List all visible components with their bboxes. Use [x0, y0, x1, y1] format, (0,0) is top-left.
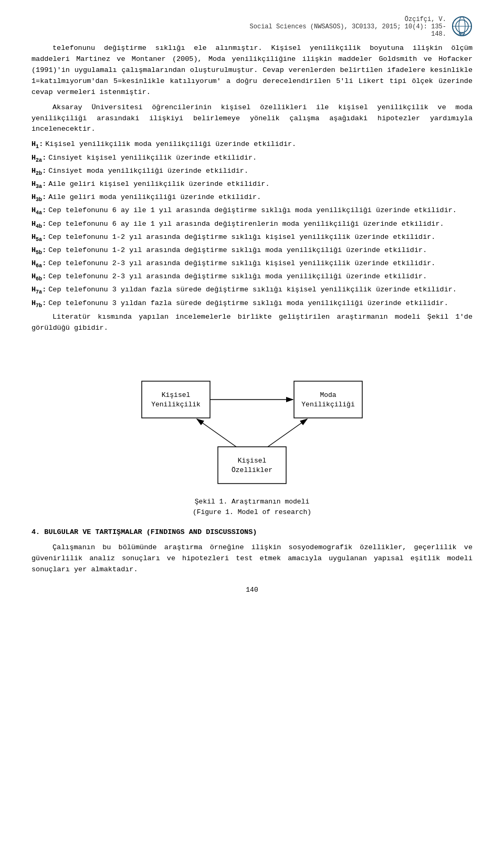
svg-text:Yenilikçiliği: Yenilikçiliği	[301, 401, 355, 408]
hyp-h5a: H5a: Cep telefonunu 1-2 yıl arasında değ…	[32, 232, 472, 244]
paragraph-literature: Literatür kısmında yapılan incelemelerle…	[32, 312, 472, 334]
svg-rect-12	[218, 447, 286, 484]
header-citation: Özçifçi, V. Social Sciences (NWSASOS), 3…	[239, 16, 446, 38]
diagram-caption: Şekil 1. Araştırmanın modeli (Figure 1. …	[193, 497, 311, 518]
hyp-h4b: H4b: Cep telefonunu 6 ay ile 1 yıl arası…	[32, 219, 472, 230]
svg-line-17	[268, 419, 307, 447]
nwsa-logo: NWSA	[452, 16, 472, 37]
hyp-h2b: H2b: Cinsiyet moda yenilikçiliği üzerind…	[32, 166, 472, 177]
svg-text:Yenilikçilik: Yenilikçilik	[151, 401, 201, 408]
hyp-h5b: H5b: Cep telefonunu 1-2 yıl arasında değ…	[32, 245, 472, 257]
svg-text:Kişisel: Kişisel	[238, 457, 267, 465]
hyp-h2a: H2a: Cinsiyet kişisel yenilikçilik üzeri…	[32, 153, 472, 164]
svg-text:Moda: Moda	[320, 391, 336, 399]
page-header: Özçifçi, V. Social Sciences (NWSASOS), 3…	[32, 16, 472, 38]
svg-text:NWSA: NWSA	[459, 33, 465, 36]
hyp-h6b: H6b: Cep telefonunu 2-3 yıl arasında değ…	[32, 271, 472, 283]
page-number: 140	[32, 586, 472, 594]
section4-text: Çalışmanın bu bölümünde araştırma örneği…	[32, 542, 472, 575]
hyp-h6a: H6a: Cep telefonunu 2-3 yıl arasında değ…	[32, 258, 472, 270]
svg-text:Kişisel: Kişisel	[162, 391, 191, 399]
hyp-h7a: H7a: Cep telefonunu 3 yıldan fazla süred…	[32, 285, 472, 296]
diagram-container: Kişisel Yenilikçilik Moda Yenilikçiliği …	[32, 350, 472, 518]
research-model-diagram: Kişisel Yenilikçilik Moda Yenilikçiliği …	[121, 350, 383, 491]
paragraph-intro: telefonunu değiştirme sıklığı ele alınmı…	[32, 43, 472, 98]
page: Özçifçi, V. Social Sciences (NWSASOS), 3…	[0, 0, 504, 860]
paragraph-aksaray: Aksaray Üniversitesi öğrencilerinin kişi…	[32, 102, 472, 135]
main-content: telefonunu değiştirme sıklığı ele alınmı…	[32, 43, 472, 575]
svg-rect-6	[142, 381, 210, 418]
hyp-h3a: H3a: Aile geliri kişisel yenilikçilik üz…	[32, 179, 472, 191]
svg-text:Özellikler: Özellikler	[232, 466, 272, 474]
hyp-h3b: H3b: Aile geliri moda yenilikçiliği üzer…	[32, 192, 472, 204]
hypotheses-list: H1: Kişisel yenilikçilik moda yenilikçil…	[32, 139, 472, 309]
svg-rect-9	[294, 381, 362, 418]
svg-line-16	[197, 419, 236, 447]
hyp-h1: H1: Kişisel yenilikçilik moda yenilikçil…	[32, 139, 472, 151]
hyp-h7b: H7b: Cep telefonunu 3 yıldan fazla süred…	[32, 298, 472, 310]
hyp-h4a: H4a: Cep telefonunu 6 ay ile 1 yıl arası…	[32, 205, 472, 217]
section4-heading: 4. BULGULAR VE TARTIŞMALAR (FINDINGS AND…	[32, 527, 472, 538]
